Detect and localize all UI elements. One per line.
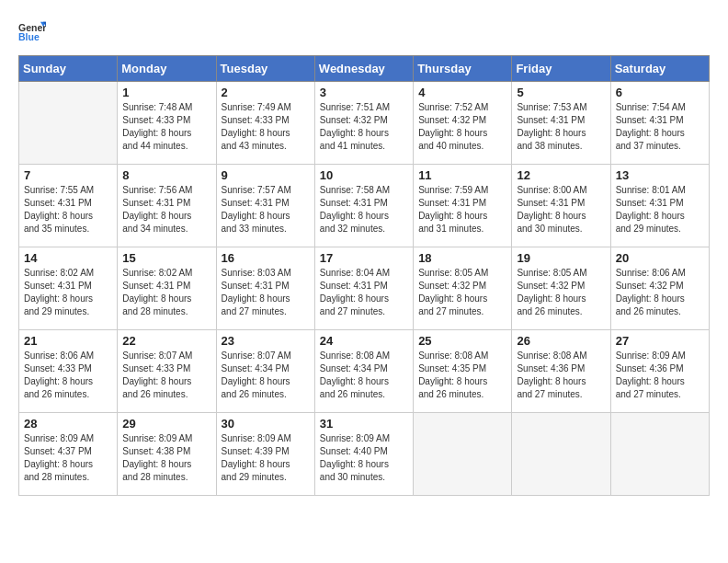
calendar-cell: 11Sunrise: 7:59 AM Sunset: 4:31 PM Dayli… [414, 165, 512, 247]
cell-info: Sunrise: 8:09 AM Sunset: 4:39 PM Dayligh… [222, 432, 310, 484]
weekday-header-wednesday: Wednesday [314, 56, 413, 82]
calendar-cell: 19Sunrise: 8:05 AM Sunset: 4:32 PM Dayli… [512, 247, 610, 330]
cell-info: Sunrise: 8:07 AM Sunset: 4:33 PM Dayligh… [122, 350, 210, 401]
calendar-cell: 10Sunrise: 7:58 AM Sunset: 4:31 PM Dayli… [314, 165, 413, 247]
calendar-cell: 14Sunrise: 8:02 AM Sunset: 4:31 PM Dayli… [19, 247, 118, 330]
day-number: 28 [24, 417, 112, 431]
day-number: 22 [122, 334, 210, 348]
calendar-cell: 13Sunrise: 8:01 AM Sunset: 4:31 PM Dayli… [610, 165, 709, 247]
page-header: General Blue [18, 18, 710, 46]
calendar-cell: 16Sunrise: 8:03 AM Sunset: 4:31 PM Dayli… [216, 247, 314, 330]
calendar-cell: 25Sunrise: 8:08 AM Sunset: 4:35 PM Dayli… [414, 330, 512, 413]
cell-info: Sunrise: 7:53 AM Sunset: 4:31 PM Dayligh… [517, 101, 605, 153]
calendar-cell: 5Sunrise: 7:53 AM Sunset: 4:31 PM Daylig… [512, 82, 610, 165]
calendar-cell: 2Sunrise: 7:49 AM Sunset: 4:33 PM Daylig… [216, 82, 314, 165]
logo: General Blue [18, 18, 46, 46]
cell-info: Sunrise: 7:57 AM Sunset: 4:31 PM Dayligh… [222, 184, 310, 236]
day-number: 24 [320, 334, 408, 348]
logo-icon: General Blue [18, 18, 46, 46]
calendar-cell: 15Sunrise: 8:02 AM Sunset: 4:31 PM Dayli… [118, 247, 216, 330]
calendar-cell: 28Sunrise: 8:09 AM Sunset: 4:37 PM Dayli… [19, 413, 118, 496]
day-number: 30 [222, 417, 310, 431]
calendar-cell: 4Sunrise: 7:52 AM Sunset: 4:32 PM Daylig… [414, 82, 512, 165]
cell-info: Sunrise: 8:03 AM Sunset: 4:31 PM Dayligh… [222, 267, 310, 318]
cell-info: Sunrise: 8:07 AM Sunset: 4:34 PM Dayligh… [222, 350, 310, 401]
cell-info: Sunrise: 8:04 AM Sunset: 4:31 PM Dayligh… [320, 267, 408, 318]
calendar-cell: 29Sunrise: 8:09 AM Sunset: 4:38 PM Dayli… [118, 413, 216, 496]
calendar-cell [512, 413, 610, 496]
cell-info: Sunrise: 7:56 AM Sunset: 4:31 PM Dayligh… [122, 184, 210, 236]
cell-info: Sunrise: 8:09 AM Sunset: 4:40 PM Dayligh… [320, 432, 408, 484]
day-number: 26 [517, 334, 605, 348]
cell-info: Sunrise: 8:06 AM Sunset: 4:32 PM Dayligh… [616, 267, 704, 318]
cell-info: Sunrise: 8:02 AM Sunset: 4:31 PM Dayligh… [24, 267, 112, 318]
cell-info: Sunrise: 8:08 AM Sunset: 4:35 PM Dayligh… [418, 350, 506, 401]
weekday-header-thursday: Thursday [414, 56, 512, 82]
calendar-week-row: 21Sunrise: 8:06 AM Sunset: 4:33 PM Dayli… [19, 330, 710, 413]
day-number: 3 [320, 86, 408, 99]
cell-info: Sunrise: 7:59 AM Sunset: 4:31 PM Dayligh… [418, 184, 506, 236]
calendar-cell [610, 413, 709, 496]
calendar-cell: 31Sunrise: 8:09 AM Sunset: 4:40 PM Dayli… [314, 413, 413, 496]
calendar-cell: 26Sunrise: 8:08 AM Sunset: 4:36 PM Dayli… [512, 330, 610, 413]
cell-info: Sunrise: 8:05 AM Sunset: 4:32 PM Dayligh… [517, 267, 605, 318]
cell-info: Sunrise: 8:02 AM Sunset: 4:31 PM Dayligh… [122, 267, 210, 318]
day-number: 2 [222, 86, 310, 99]
cell-info: Sunrise: 8:01 AM Sunset: 4:31 PM Dayligh… [616, 184, 704, 236]
day-number: 8 [122, 168, 210, 182]
cell-info: Sunrise: 8:09 AM Sunset: 4:36 PM Dayligh… [616, 350, 704, 401]
calendar-cell: 24Sunrise: 8:08 AM Sunset: 4:34 PM Dayli… [314, 330, 413, 413]
day-number: 9 [222, 168, 310, 182]
calendar-cell: 17Sunrise: 8:04 AM Sunset: 4:31 PM Dayli… [314, 247, 413, 330]
cell-info: Sunrise: 7:51 AM Sunset: 4:32 PM Dayligh… [320, 101, 408, 153]
calendar-cell: 9Sunrise: 7:57 AM Sunset: 4:31 PM Daylig… [216, 165, 314, 247]
calendar-cell: 18Sunrise: 8:05 AM Sunset: 4:32 PM Dayli… [414, 247, 512, 330]
cell-info: Sunrise: 8:05 AM Sunset: 4:32 PM Dayligh… [418, 267, 506, 318]
day-number: 4 [418, 86, 506, 99]
day-number: 17 [320, 251, 408, 265]
day-number: 20 [616, 251, 704, 265]
day-number: 14 [24, 251, 112, 265]
calendar-cell: 3Sunrise: 7:51 AM Sunset: 4:32 PM Daylig… [314, 82, 413, 165]
weekday-header-monday: Monday [118, 56, 216, 82]
calendar-cell: 30Sunrise: 8:09 AM Sunset: 4:39 PM Dayli… [216, 413, 314, 496]
day-number: 12 [517, 168, 605, 182]
calendar-cell: 27Sunrise: 8:09 AM Sunset: 4:36 PM Dayli… [610, 330, 709, 413]
day-number: 23 [222, 334, 310, 348]
cell-info: Sunrise: 8:06 AM Sunset: 4:33 PM Dayligh… [24, 350, 112, 401]
day-number: 25 [418, 334, 506, 348]
calendar-cell [19, 82, 118, 165]
weekday-header-friday: Friday [512, 56, 610, 82]
day-number: 19 [517, 251, 605, 265]
weekday-header-sunday: Sunday [19, 56, 118, 82]
day-number: 15 [122, 251, 210, 265]
cell-info: Sunrise: 8:09 AM Sunset: 4:38 PM Dayligh… [122, 432, 210, 484]
calendar-cell: 1Sunrise: 7:48 AM Sunset: 4:33 PM Daylig… [118, 82, 216, 165]
day-number: 1 [122, 86, 210, 99]
calendar-cell: 22Sunrise: 8:07 AM Sunset: 4:33 PM Dayli… [118, 330, 216, 413]
day-number: 5 [517, 86, 605, 99]
calendar-week-row: 7Sunrise: 7:55 AM Sunset: 4:31 PM Daylig… [19, 165, 710, 247]
calendar-cell: 6Sunrise: 7:54 AM Sunset: 4:31 PM Daylig… [610, 82, 709, 165]
day-number: 31 [320, 417, 408, 431]
weekday-header-tuesday: Tuesday [216, 56, 314, 82]
day-number: 18 [418, 251, 506, 265]
calendar-cell: 23Sunrise: 8:07 AM Sunset: 4:34 PM Dayli… [216, 330, 314, 413]
day-number: 10 [320, 168, 408, 182]
cell-info: Sunrise: 8:08 AM Sunset: 4:36 PM Dayligh… [517, 350, 605, 401]
day-number: 21 [24, 334, 112, 348]
cell-info: Sunrise: 7:49 AM Sunset: 4:33 PM Dayligh… [222, 101, 310, 153]
day-number: 11 [418, 168, 506, 182]
cell-info: Sunrise: 7:48 AM Sunset: 4:33 PM Dayligh… [122, 101, 210, 153]
cell-info: Sunrise: 7:52 AM Sunset: 4:32 PM Dayligh… [418, 101, 506, 153]
calendar-week-row: 14Sunrise: 8:02 AM Sunset: 4:31 PM Dayli… [19, 247, 710, 330]
day-number: 27 [616, 334, 704, 348]
calendar-table: SundayMondayTuesdayWednesdayThursdayFrid… [18, 55, 710, 496]
day-number: 13 [616, 168, 704, 182]
calendar-week-row: 28Sunrise: 8:09 AM Sunset: 4:37 PM Dayli… [19, 413, 710, 496]
calendar-cell: 7Sunrise: 7:55 AM Sunset: 4:31 PM Daylig… [19, 165, 118, 247]
calendar-cell [414, 413, 512, 496]
day-number: 7 [24, 168, 112, 182]
cell-info: Sunrise: 8:08 AM Sunset: 4:34 PM Dayligh… [320, 350, 408, 401]
svg-text:Blue: Blue [18, 31, 40, 42]
